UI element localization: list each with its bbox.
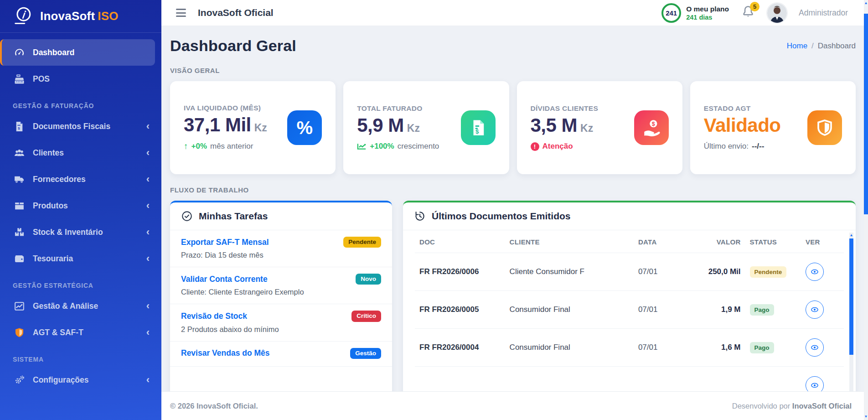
sidebar-item-label: Fornecedores [33,175,86,184]
scrollbar-down-arrow-icon[interactable]: ▼ [864,414,868,420]
view-document-button[interactable] [806,376,824,391]
avatar-image [767,3,787,23]
user-avatar[interactable] [767,3,787,23]
sidebar-item-stock-invent-rio[interactable]: Stock & Inventário [0,219,161,245]
stat-card-faturado: TOTAL FATURADO 5,9 MKz +100% crescimento… [343,81,509,174]
plan-widget[interactable]: 241 O meu plano 241 dias [661,3,729,23]
doc-date: 07/01 [634,329,681,367]
window-scrollbar-thumb[interactable] [864,14,868,214]
currency-unit: Kz [407,122,420,134]
sidebar-item-gest-o-an-lise[interactable]: Gestão & Análise [0,293,161,319]
chevron-left-icon [146,174,150,184]
chart-line-icon [14,301,25,312]
file-invoice-icon: $ [14,121,25,132]
task-title-link[interactable]: Validar Conta Corrente [181,275,268,284]
table-row: FR FR2026/0004 Consumidor Final 07/01 1,… [415,329,844,367]
table-scrollbar[interactable]: ▲ [849,233,853,391]
sidebar-item-dashboard[interactable]: Dashboard [0,39,155,66]
sidebar-item-clientes[interactable]: Clientes [0,140,161,166]
task-subtitle: 2 Produtos abaixo do mínimo [181,325,381,334]
table-row [415,367,844,392]
task-title-link[interactable]: Exportar SAF-T Mensal [181,238,269,247]
sidebar-item-fornecedores[interactable]: Fornecedores [0,166,161,192]
check-circle-icon [181,210,193,222]
wallet-icon [14,253,25,264]
page-title: Dashboard Geral [170,37,296,55]
documents-table: DOC CLIENTE DATA VALOR STATUS VER [415,230,844,391]
doc-value: 250,0 Mil [681,253,745,291]
sidebar-item-agt-saf-t[interactable]: AGT & SAF-T [0,319,161,346]
sidebar-item-label: Configurações [33,375,89,385]
tasks-card-title: Minhas Tarefas [199,211,268,222]
nav-section-label: GESTÃO & FATURAÇÃO [13,99,149,113]
sidebar-item-label: AGT & SAF-T [33,328,83,337]
view-document-button[interactable] [806,338,824,357]
breadcrumb-separator: / [811,41,814,51]
notifications-button[interactable]: 5 [741,5,755,21]
boxes-icon [14,227,25,238]
breadcrumb-current: Dashboard [818,41,856,51]
chevron-left-icon [146,148,150,158]
brand-text: InovaSoftISO [40,9,119,23]
scrollbar-up-arrow-icon[interactable]: ▲ [849,233,853,238]
chevron-left-icon [146,201,150,211]
page-content: Dashboard Geral Home / Dashboard VISÃO G… [161,26,868,391]
task-item: Exportar SAF-T Mensal Pendente Prazo: Di… [170,230,392,267]
stat-label: TOTAL FATURADO [357,104,439,113]
doc-date: 07/01 [634,291,681,329]
stat-label: DÍVIDAS CLIENTES [531,104,599,113]
hand-dollar-icon: $ [634,110,669,145]
col-header-ver: VER [801,230,844,253]
sidebar-item-documentos-fiscais[interactable]: $ Documentos Fiscais [0,113,161,140]
table-scrollbar-thumb[interactable] [849,239,853,355]
hamburger-menu-icon[interactable] [175,7,187,19]
doc-status-badge: Pago [750,304,774,316]
chevron-left-icon [146,227,150,237]
arrow-up-icon: ↑ [184,141,188,151]
chevron-left-icon [146,121,150,131]
stat-trend: +100% crescimento [357,142,439,151]
sidebar-item-tesouraria[interactable]: Tesouraria [0,245,161,272]
sidebar: InovaSoftISO Dashboard POS GESTÃO & FATU… [0,0,161,420]
eye-icon [810,343,819,352]
stat-value: 37,1 MilKz [184,114,267,136]
stat-trend: ! Atenção [531,142,599,151]
breadcrumb-home-link[interactable]: Home [787,41,807,51]
stat-card-agt: ESTADO AGT Validado Último envio: --/-- [690,81,856,174]
view-document-button[interactable] [806,301,824,319]
sidebar-nav: Dashboard POS GESTÃO & FATURAÇÃO $ Docum… [0,33,161,420]
plan-days-badge: 241 [666,9,677,17]
task-badge: Novo [356,274,381,285]
view-document-button[interactable] [806,263,824,281]
nav-section-label: GESTÃO ESTRATÉGICA [13,278,149,293]
sidebar-item-configura-es[interactable]: Configurações [0,367,161,393]
window-scrollbar[interactable]: ▲ ▼ [864,0,868,420]
truck-icon [14,174,25,185]
scrollbar-up-arrow-icon[interactable]: ▲ [864,0,868,6]
col-header-valor: VALOR [681,230,745,253]
sidebar-item-produtos[interactable]: Produtos [0,192,161,219]
doc-number: FR FR2026/0004 [415,329,505,367]
percent-icon: % [287,110,322,145]
brand-logo-icon [12,6,33,27]
chevron-left-icon [146,327,150,337]
doc-client: Consumidor Final [505,329,634,367]
task-title-link[interactable]: Revisão de Stock [181,311,247,321]
brand[interactable]: InovaSoftISO [0,0,161,33]
stat-card-dividas: DÍVIDAS CLIENTES 3,5 MKz ! Atenção $ [517,81,682,174]
chart-up-icon [357,143,367,150]
box-icon [14,200,25,212]
app-window: InovaSoftISO Dashboard POS GESTÃO & FATU… [0,0,868,420]
footer: © 2026 InovaSoft Oficial. Desenvolvido p… [161,391,868,420]
task-item: Validar Conta Corrente Novo Cliente: Cli… [170,267,392,304]
task-title-link[interactable]: Revisar Vendas do Mês [181,348,270,358]
doc-client: Consumidor Final [505,291,634,329]
task-item: Revisar Vendas do Mês Gestão [170,342,392,367]
doc-value: 1,6 M [681,329,745,367]
notification-count-badge: 5 [750,2,760,11]
stat-trend: Último envio: --/-- [704,142,781,151]
gears-icon [14,374,25,386]
currency-unit: Kz [254,122,267,134]
nav-section-label: SISTEMA [13,352,149,367]
sidebar-item-pos[interactable]: POS [0,66,161,92]
